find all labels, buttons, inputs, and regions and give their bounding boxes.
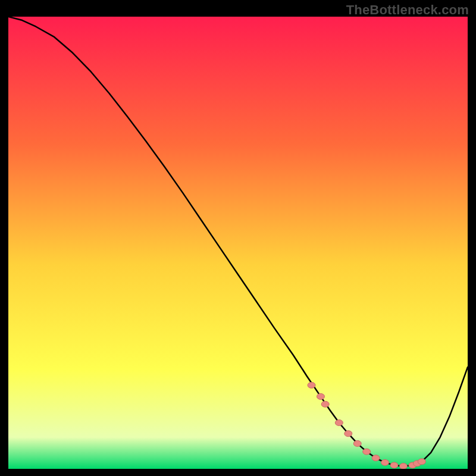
marker-point <box>363 449 371 455</box>
marker-point <box>418 459 425 465</box>
marker-point <box>399 463 407 469</box>
marker-point <box>317 393 324 399</box>
marker-point <box>335 419 343 425</box>
marker-point <box>345 431 352 437</box>
marker-point <box>353 440 361 446</box>
marker-point <box>381 459 389 465</box>
plot-area <box>8 17 468 469</box>
chart-svg <box>8 17 468 469</box>
marker-point <box>372 455 380 461</box>
marker-point <box>308 382 315 388</box>
marker-point <box>321 401 329 407</box>
watermark-text: TheBottleneck.com <box>346 2 469 18</box>
chart-frame: TheBottleneck.com <box>0 0 476 476</box>
marker-point <box>390 462 398 468</box>
gradient-background <box>8 17 468 469</box>
